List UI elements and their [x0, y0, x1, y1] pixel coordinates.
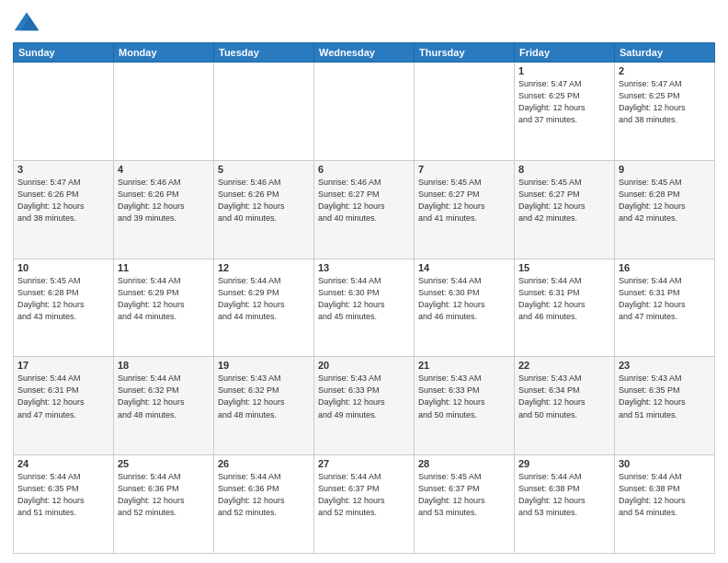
day-cell: 27Sunrise: 5:44 AM Sunset: 6:37 PM Dayli…: [314, 455, 415, 554]
day-number: 8: [518, 164, 610, 175]
day-info: Sunrise: 5:44 AM Sunset: 6:36 PM Dayligh…: [218, 471, 310, 519]
day-info: Sunrise: 5:45 AM Sunset: 6:28 PM Dayligh…: [17, 275, 109, 323]
day-info: Sunrise: 5:44 AM Sunset: 6:31 PM Dayligh…: [518, 275, 610, 323]
day-cell: 20Sunrise: 5:43 AM Sunset: 6:33 PM Dayli…: [314, 357, 415, 455]
day-cell: [214, 63, 314, 161]
day-info: Sunrise: 5:44 AM Sunset: 6:29 PM Dayligh…: [218, 275, 310, 323]
day-number: 24: [17, 458, 109, 469]
day-number: 14: [418, 262, 510, 273]
day-cell: 23Sunrise: 5:43 AM Sunset: 6:35 PM Dayli…: [615, 357, 715, 455]
day-cell: 18Sunrise: 5:44 AM Sunset: 6:32 PM Dayli…: [114, 357, 214, 455]
day-number: 25: [118, 458, 210, 469]
day-info: Sunrise: 5:44 AM Sunset: 6:35 PM Dayligh…: [17, 471, 109, 519]
day-number: 19: [218, 360, 310, 371]
day-number: 12: [218, 262, 310, 273]
day-cell: 24Sunrise: 5:44 AM Sunset: 6:35 PM Dayli…: [14, 455, 114, 554]
day-number: 2: [619, 65, 711, 76]
day-cell: 9Sunrise: 5:45 AM Sunset: 6:28 PM Daylig…: [615, 160, 715, 259]
day-number: 7: [418, 164, 510, 175]
day-number: 5: [218, 164, 310, 175]
day-number: 20: [318, 360, 410, 371]
day-cell: 25Sunrise: 5:44 AM Sunset: 6:36 PM Dayli…: [114, 455, 214, 554]
day-number: 15: [518, 262, 610, 273]
day-info: Sunrise: 5:45 AM Sunset: 6:37 PM Dayligh…: [418, 471, 510, 519]
weekday-wednesday: Wednesday: [314, 43, 415, 63]
day-cell: 3Sunrise: 5:47 AM Sunset: 6:26 PM Daylig…: [14, 160, 114, 259]
day-info: Sunrise: 5:44 AM Sunset: 6:37 PM Dayligh…: [318, 471, 410, 519]
day-cell: 28Sunrise: 5:45 AM Sunset: 6:37 PM Dayli…: [415, 455, 515, 554]
week-row-0: 1Sunrise: 5:47 AM Sunset: 6:25 PM Daylig…: [14, 63, 715, 161]
day-info: Sunrise: 5:43 AM Sunset: 6:32 PM Dayligh…: [218, 373, 310, 420]
day-cell: 7Sunrise: 5:45 AM Sunset: 6:27 PM Daylig…: [415, 160, 515, 259]
weekday-sunday: Sunday: [14, 43, 114, 63]
day-cell: 26Sunrise: 5:44 AM Sunset: 6:36 PM Dayli…: [214, 455, 314, 554]
day-cell: [415, 63, 515, 161]
day-number: 18: [118, 360, 210, 371]
day-info: Sunrise: 5:43 AM Sunset: 6:34 PM Dayligh…: [518, 373, 610, 420]
weekday-header-row: SundayMondayTuesdayWednesdayThursdayFrid…: [14, 43, 715, 63]
day-cell: 8Sunrise: 5:45 AM Sunset: 6:27 PM Daylig…: [515, 160, 615, 259]
day-cell: 16Sunrise: 5:44 AM Sunset: 6:31 PM Dayli…: [615, 259, 715, 357]
day-info: Sunrise: 5:47 AM Sunset: 6:26 PM Dayligh…: [17, 177, 109, 224]
week-row-3: 17Sunrise: 5:44 AM Sunset: 6:31 PM Dayli…: [14, 357, 715, 455]
day-cell: 11Sunrise: 5:44 AM Sunset: 6:29 PM Dayli…: [114, 259, 214, 357]
day-number: 1: [518, 65, 610, 76]
day-number: 6: [318, 164, 410, 175]
day-cell: 19Sunrise: 5:43 AM Sunset: 6:32 PM Dayli…: [214, 357, 314, 455]
day-info: Sunrise: 5:47 AM Sunset: 6:25 PM Dayligh…: [518, 78, 610, 126]
day-cell: 15Sunrise: 5:44 AM Sunset: 6:31 PM Dayli…: [515, 259, 615, 357]
day-cell: 29Sunrise: 5:44 AM Sunset: 6:38 PM Dayli…: [515, 455, 615, 554]
day-info: Sunrise: 5:44 AM Sunset: 6:30 PM Dayligh…: [418, 275, 510, 323]
day-info: Sunrise: 5:46 AM Sunset: 6:26 PM Dayligh…: [118, 177, 210, 224]
day-cell: 30Sunrise: 5:44 AM Sunset: 6:38 PM Dayli…: [615, 455, 715, 554]
logo-icon: [13, 9, 40, 37]
day-cell: 13Sunrise: 5:44 AM Sunset: 6:30 PM Dayli…: [314, 259, 415, 357]
day-number: 27: [318, 458, 410, 469]
day-cell: 5Sunrise: 5:46 AM Sunset: 6:26 PM Daylig…: [214, 160, 314, 259]
day-cell: 21Sunrise: 5:43 AM Sunset: 6:33 PM Dayli…: [415, 357, 515, 455]
day-cell: 22Sunrise: 5:43 AM Sunset: 6:34 PM Dayli…: [515, 357, 615, 455]
day-number: 30: [619, 458, 711, 469]
weekday-saturday: Saturday: [615, 43, 715, 63]
day-number: 21: [418, 360, 510, 371]
day-number: 22: [518, 360, 610, 371]
day-cell: 14Sunrise: 5:44 AM Sunset: 6:30 PM Dayli…: [415, 259, 515, 357]
weekday-tuesday: Tuesday: [214, 43, 314, 63]
weekday-friday: Friday: [515, 43, 615, 63]
day-info: Sunrise: 5:43 AM Sunset: 6:33 PM Dayligh…: [318, 373, 410, 420]
day-info: Sunrise: 5:44 AM Sunset: 6:38 PM Dayligh…: [518, 471, 610, 519]
day-info: Sunrise: 5:44 AM Sunset: 6:30 PM Dayligh…: [318, 275, 410, 323]
day-info: Sunrise: 5:46 AM Sunset: 6:26 PM Dayligh…: [218, 177, 310, 224]
day-info: Sunrise: 5:44 AM Sunset: 6:32 PM Dayligh…: [118, 373, 210, 420]
day-number: 17: [17, 360, 109, 371]
day-number: 28: [418, 458, 510, 469]
day-info: Sunrise: 5:46 AM Sunset: 6:27 PM Dayligh…: [318, 177, 410, 224]
day-info: Sunrise: 5:44 AM Sunset: 6:29 PM Dayligh…: [118, 275, 210, 323]
day-cell: [314, 63, 415, 161]
day-cell: 17Sunrise: 5:44 AM Sunset: 6:31 PM Dayli…: [14, 357, 114, 455]
week-row-2: 10Sunrise: 5:45 AM Sunset: 6:28 PM Dayli…: [14, 259, 715, 357]
day-info: Sunrise: 5:45 AM Sunset: 6:27 PM Dayligh…: [518, 177, 610, 224]
day-info: Sunrise: 5:43 AM Sunset: 6:35 PM Dayligh…: [619, 373, 711, 420]
weekday-thursday: Thursday: [415, 43, 515, 63]
day-cell: 1Sunrise: 5:47 AM Sunset: 6:25 PM Daylig…: [515, 63, 615, 161]
calendar-table: SundayMondayTuesdayWednesdayThursdayFrid…: [13, 42, 715, 554]
week-row-1: 3Sunrise: 5:47 AM Sunset: 6:26 PM Daylig…: [14, 160, 715, 259]
day-cell: 10Sunrise: 5:45 AM Sunset: 6:28 PM Dayli…: [14, 259, 114, 357]
day-cell: 6Sunrise: 5:46 AM Sunset: 6:27 PM Daylig…: [314, 160, 415, 259]
day-info: Sunrise: 5:44 AM Sunset: 6:36 PM Dayligh…: [118, 471, 210, 519]
day-info: Sunrise: 5:43 AM Sunset: 6:33 PM Dayligh…: [418, 373, 510, 420]
day-info: Sunrise: 5:44 AM Sunset: 6:31 PM Dayligh…: [619, 275, 711, 323]
day-number: 3: [17, 164, 109, 175]
day-number: 26: [218, 458, 310, 469]
day-number: 11: [118, 262, 210, 273]
day-info: Sunrise: 5:47 AM Sunset: 6:25 PM Dayligh…: [619, 78, 711, 126]
header: [13, 9, 715, 37]
day-cell: 2Sunrise: 5:47 AM Sunset: 6:25 PM Daylig…: [615, 63, 715, 161]
day-cell: [14, 63, 114, 161]
day-number: 29: [518, 458, 610, 469]
week-row-4: 24Sunrise: 5:44 AM Sunset: 6:35 PM Dayli…: [14, 455, 715, 554]
day-number: 9: [619, 164, 711, 175]
logo: [13, 9, 44, 37]
day-number: 10: [17, 262, 109, 273]
